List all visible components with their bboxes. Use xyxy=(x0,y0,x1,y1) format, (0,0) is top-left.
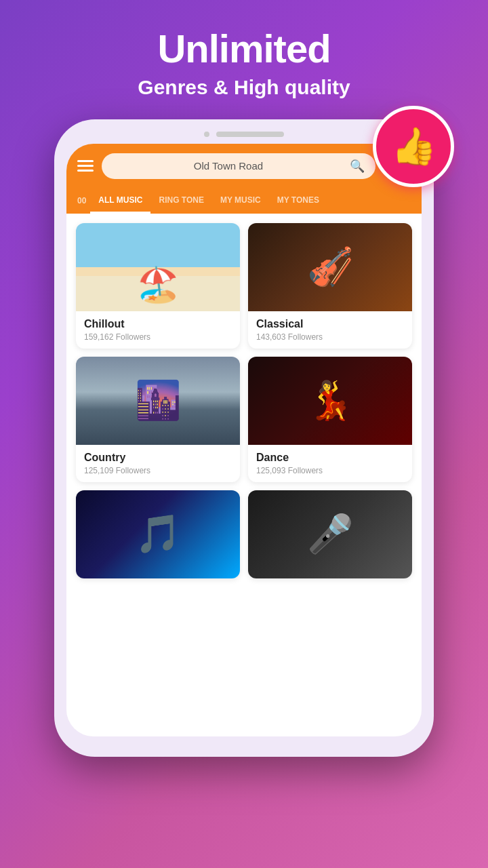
genre-name-classical: Classical xyxy=(256,318,404,330)
dance-image xyxy=(248,357,412,445)
genre-info-dance: Dance 125,093 Followers xyxy=(248,445,412,482)
genre-name-chillout: Chillout xyxy=(84,318,232,330)
genre-followers-chillout: 159,162 Followers xyxy=(84,332,232,342)
genre-card-bottom-left[interactable] xyxy=(76,490,240,578)
phone-notch xyxy=(66,132,422,137)
genre-card-bottom-right[interactable] xyxy=(248,490,412,578)
genre-info-country: Country 125,109 Followers xyxy=(76,445,240,482)
genre-info-chillout: Chillout 159,162 Followers xyxy=(76,311,240,349)
notch-dot xyxy=(204,132,209,137)
bottom-right-image xyxy=(248,490,412,578)
genre-image-chillout xyxy=(76,223,240,311)
phone-mockup: 👍 Old Town Road 🔍 Pro xyxy=(54,119,434,757)
genre-followers-dance: 125,093 Followers xyxy=(256,466,404,475)
genre-card-country[interactable]: Country 125,109 Followers xyxy=(76,357,240,482)
app-header: Old Town Road 🔍 Pro xyxy=(66,144,422,189)
tab-partial: 00 xyxy=(73,189,90,212)
genre-card-classical[interactable]: Classical 143,603 Followers xyxy=(248,223,412,349)
genre-followers-country: 125,109 Followers xyxy=(84,466,232,475)
hamburger-menu-button[interactable] xyxy=(77,160,94,172)
genres-content: Chillout 159,162 Followers Classical 143… xyxy=(66,214,422,736)
genre-card-dance[interactable]: Dance 125,093 Followers xyxy=(248,357,412,482)
genre-image-country xyxy=(76,357,240,445)
phone-frame: Old Town Road 🔍 Pro 00 ALL MUSIC RING TO… xyxy=(54,119,434,757)
tab-ringtone[interactable]: RING TONE xyxy=(150,189,211,214)
tab-my-music[interactable]: MY MUSIC xyxy=(212,189,269,214)
genre-image-dance xyxy=(248,357,412,445)
app-screen: Old Town Road 🔍 Pro 00 ALL MUSIC RING TO… xyxy=(66,144,422,736)
search-icon: 🔍 xyxy=(350,159,365,174)
genres-grid: Chillout 159,162 Followers Classical 143… xyxy=(76,223,412,578)
country-image xyxy=(76,357,240,445)
main-subheadline: Genres & High quality xyxy=(138,76,350,99)
genre-image-bottom-right xyxy=(248,490,412,578)
genre-card-chillout[interactable]: Chillout 159,162 Followers xyxy=(76,223,240,349)
genre-image-bottom-left xyxy=(76,490,240,578)
genre-info-classical: Classical 143,603 Followers xyxy=(248,311,412,349)
search-input-text: Old Town Road xyxy=(113,160,344,172)
genre-name-country: Country xyxy=(84,452,232,464)
genre-image-classical xyxy=(248,223,412,311)
bottom-left-image xyxy=(76,490,240,578)
chillout-image xyxy=(76,223,240,311)
navigation-tabs: 00 ALL MUSIC RING TONE MY MUSIC MY TONES xyxy=(66,189,422,214)
tab-all-music[interactable]: ALL MUSIC xyxy=(90,189,150,214)
thumbs-up-icon: 👍 xyxy=(391,125,436,167)
like-badge: 👍 xyxy=(373,106,454,187)
search-bar[interactable]: Old Town Road 🔍 xyxy=(102,153,375,179)
main-headline: Unlimited xyxy=(157,27,330,71)
classical-image xyxy=(248,223,412,311)
genre-followers-classical: 143,603 Followers xyxy=(256,332,404,342)
tab-my-tones[interactable]: MY TONES xyxy=(269,189,327,214)
genre-name-dance: Dance xyxy=(256,452,404,464)
notch-bar xyxy=(216,132,284,137)
